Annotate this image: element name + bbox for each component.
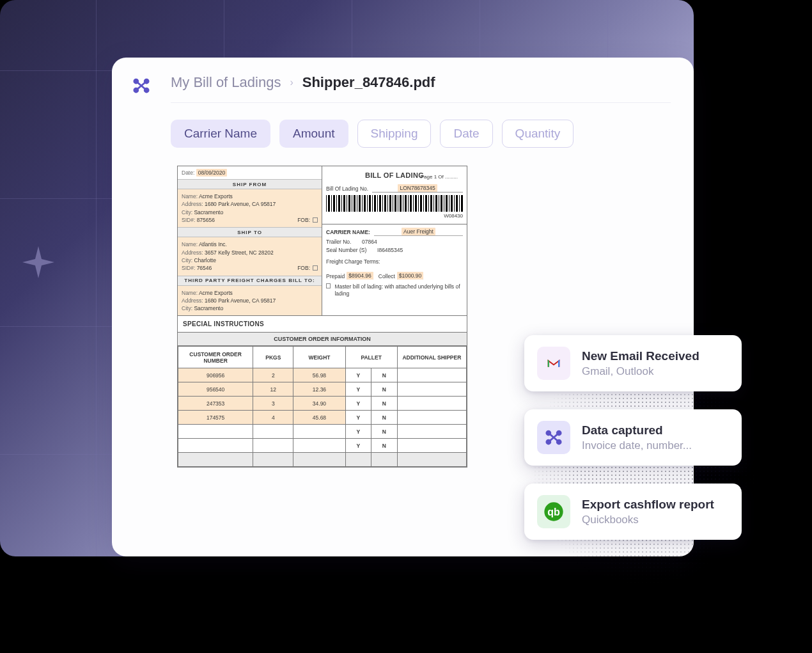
notification-cards: New Email ReceivedGmail, OutlookData cap… xyxy=(524,335,742,540)
master-checkbox[interactable] xyxy=(326,283,331,288)
svg-text:qb: qb xyxy=(547,507,560,517)
bolno-label: Bill Of Lading No. xyxy=(326,185,368,192)
bill-of-lading-document: Date: 08/09/2020 SHIP FROM Name: Acme Ex… xyxy=(177,166,467,468)
card-subtitle: Gmail, Outlook xyxy=(582,365,699,378)
table-row: 906956256.98YN xyxy=(178,368,467,382)
qb-icon: qb xyxy=(537,495,570,528)
ship-to-header: SHIP TO xyxy=(178,228,322,237)
seal-no: I86485345 xyxy=(377,247,403,253)
breadcrumb: My Bill of Ladings › Shipper_847846.pdf xyxy=(171,74,671,103)
page-of: Page 1 Of ......... xyxy=(421,174,458,180)
special-instructions-header: SPECIAL INSTRUCTIONS xyxy=(178,315,467,332)
customer-order-info-header: CUSTOMER ORDER INFORMATION xyxy=(178,332,467,346)
card-nano[interactable]: Data capturedInvoice date, number... xyxy=(524,409,742,466)
nanonets-logo-icon xyxy=(132,77,150,95)
filter-chips: Carrier NameAmountShippingDateQuantity xyxy=(171,103,671,166)
third-party-header: THIRD PARTY FREIGHT CHARGES BILL TO: xyxy=(178,276,322,286)
date-value: 08/09/2020 xyxy=(196,169,228,177)
gmail-icon xyxy=(537,347,570,380)
third-party-block: Name: Acme Exports Address: 1680 Park Av… xyxy=(178,286,322,316)
order-table: CUSTOMER ORDER NUMBER PKGS WEIGHT PALLET… xyxy=(178,346,467,467)
chip-shipping[interactable]: Shipping xyxy=(357,120,432,148)
card-qb[interactable]: qbExport cashflow reportQuickbooks xyxy=(524,484,742,540)
table-row: YN xyxy=(178,439,467,453)
card-subtitle: Quickbooks xyxy=(582,514,714,526)
prepaid-value: $8904.96 xyxy=(347,272,373,279)
date-label: Date: xyxy=(182,169,194,176)
chip-carrier-name[interactable]: Carrier Name xyxy=(171,120,270,148)
ship-to-block: Name: Atlantis Inc. Address: 3657 Kelly … xyxy=(178,237,322,276)
carrier-name: Auer Freight xyxy=(402,228,435,235)
table-row: YN xyxy=(178,425,467,439)
trailer-no: 07864 xyxy=(362,239,377,245)
fob-checkbox[interactable] xyxy=(313,217,318,223)
chip-amount[interactable]: Amount xyxy=(279,120,348,148)
chevron-right-icon: › xyxy=(290,77,293,88)
chip-quantity[interactable]: Quantity xyxy=(502,120,574,148)
master-label: Master bill of lading: with attached und… xyxy=(334,283,463,297)
card-subtitle: Invoice date, number... xyxy=(582,439,692,452)
table-row: 174575445.68YN xyxy=(178,411,467,425)
freight-terms-label: Freight Charge Terms: xyxy=(326,258,380,265)
fob-checkbox[interactable] xyxy=(313,265,318,271)
sparkle-icon xyxy=(19,243,58,281)
table-row: 247353334.90YN xyxy=(178,397,467,411)
barcode-id: W08430 xyxy=(326,213,463,219)
ship-from-block: Name: Acme Exports Address: 1680 Park Av… xyxy=(178,189,322,228)
breadcrumb-parent[interactable]: My Bill of Ladings xyxy=(171,74,281,91)
collect-value: $1000.90 xyxy=(397,272,423,279)
barcode xyxy=(326,195,463,212)
bolno-value: LON78678345 xyxy=(398,184,437,192)
table-row: 9565401212.36YN xyxy=(178,382,467,397)
card-title: Export cashflow report xyxy=(582,498,714,512)
breadcrumb-current: Shipper_847846.pdf xyxy=(302,74,435,91)
chip-date[interactable]: Date xyxy=(440,120,492,148)
card-title: Data captured xyxy=(582,423,692,437)
ship-from-header: SHIP FROM xyxy=(178,180,322,189)
card-gmail[interactable]: New Email ReceivedGmail, Outlook xyxy=(524,335,742,391)
card-title: New Email Received xyxy=(582,349,699,363)
nano-icon xyxy=(537,421,570,454)
